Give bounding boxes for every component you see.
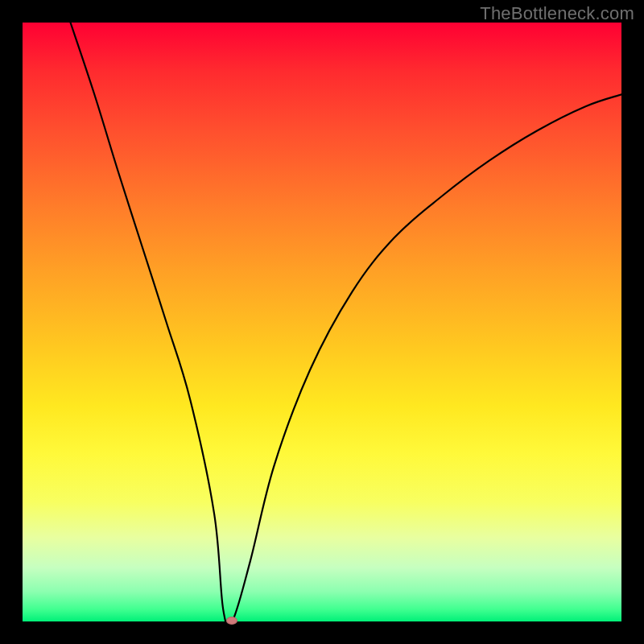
bottleneck-curve [71, 23, 621, 621]
watermark-text: TheBottleneck.com [480, 3, 634, 24]
minimum-marker [226, 617, 237, 625]
chart-frame: TheBottleneck.com [0, 0, 644, 644]
curve-svg [23, 23, 621, 621]
chart-plot-area [23, 23, 621, 621]
